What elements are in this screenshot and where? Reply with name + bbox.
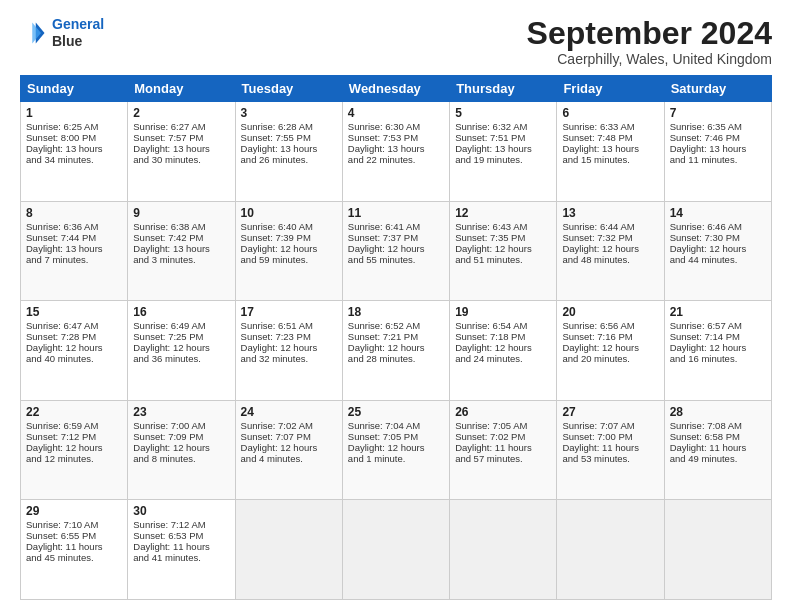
- table-row: 6Sunrise: 6:33 AMSunset: 7:48 PMDaylight…: [557, 102, 664, 202]
- table-row: 8Sunrise: 6:36 AMSunset: 7:44 PMDaylight…: [21, 201, 128, 301]
- table-row: 16Sunrise: 6:49 AMSunset: 7:25 PMDayligh…: [128, 301, 235, 401]
- day-info-line: and 3 minutes.: [133, 254, 229, 265]
- calendar-week-row: 29Sunrise: 7:10 AMSunset: 6:55 PMDayligh…: [21, 500, 772, 600]
- col-saturday: Saturday: [664, 76, 771, 102]
- table-row: 29Sunrise: 7:10 AMSunset: 6:55 PMDayligh…: [21, 500, 128, 600]
- day-number: 14: [670, 206, 766, 220]
- day-info-line: Sunrise: 7:10 AM: [26, 519, 122, 530]
- day-info-line: Daylight: 12 hours: [562, 342, 658, 353]
- day-info-line: Daylight: 12 hours: [455, 243, 551, 254]
- day-number: 28: [670, 405, 766, 419]
- day-number: 5: [455, 106, 551, 120]
- col-wednesday: Wednesday: [342, 76, 449, 102]
- day-info-line: Sunrise: 7:00 AM: [133, 420, 229, 431]
- day-number: 21: [670, 305, 766, 319]
- day-info-line: Sunset: 7:44 PM: [26, 232, 122, 243]
- day-info-line: Daylight: 13 hours: [26, 143, 122, 154]
- table-row: 12Sunrise: 6:43 AMSunset: 7:35 PMDayligh…: [450, 201, 557, 301]
- logo-icon: [20, 19, 48, 47]
- table-row: 23Sunrise: 7:00 AMSunset: 7:09 PMDayligh…: [128, 400, 235, 500]
- day-info-line: and 11 minutes.: [670, 154, 766, 165]
- day-info-line: and 57 minutes.: [455, 453, 551, 464]
- table-row: 3Sunrise: 6:28 AMSunset: 7:55 PMDaylight…: [235, 102, 342, 202]
- day-number: 7: [670, 106, 766, 120]
- day-info-line: Sunrise: 6:32 AM: [455, 121, 551, 132]
- calendar-week-row: 15Sunrise: 6:47 AMSunset: 7:28 PMDayligh…: [21, 301, 772, 401]
- day-number: 20: [562, 305, 658, 319]
- day-info-line: Sunset: 7:16 PM: [562, 331, 658, 342]
- day-info-line: Sunrise: 6:40 AM: [241, 221, 337, 232]
- day-info-line: Sunset: 7:02 PM: [455, 431, 551, 442]
- day-info-line: Sunset: 7:37 PM: [348, 232, 444, 243]
- table-row: 4Sunrise: 6:30 AMSunset: 7:53 PMDaylight…: [342, 102, 449, 202]
- day-info-line: Sunset: 7:53 PM: [348, 132, 444, 143]
- table-row: 5Sunrise: 6:32 AMSunset: 7:51 PMDaylight…: [450, 102, 557, 202]
- table-row: 13Sunrise: 6:44 AMSunset: 7:32 PMDayligh…: [557, 201, 664, 301]
- table-row: 7Sunrise: 6:35 AMSunset: 7:46 PMDaylight…: [664, 102, 771, 202]
- calendar-week-row: 22Sunrise: 6:59 AMSunset: 7:12 PMDayligh…: [21, 400, 772, 500]
- table-row: 10Sunrise: 6:40 AMSunset: 7:39 PMDayligh…: [235, 201, 342, 301]
- day-info-line: Daylight: 12 hours: [348, 442, 444, 453]
- page: General Blue September 2024 Caerphilly, …: [0, 0, 792, 612]
- day-info-line: Daylight: 13 hours: [241, 143, 337, 154]
- day-number: 30: [133, 504, 229, 518]
- day-info-line: Sunset: 7:42 PM: [133, 232, 229, 243]
- day-number: 4: [348, 106, 444, 120]
- day-info-line: and 44 minutes.: [670, 254, 766, 265]
- day-info-line: Sunrise: 6:51 AM: [241, 320, 337, 331]
- col-monday: Monday: [128, 76, 235, 102]
- day-info-line: Daylight: 12 hours: [562, 243, 658, 254]
- day-info-line: and 30 minutes.: [133, 154, 229, 165]
- title-block: September 2024 Caerphilly, Wales, United…: [527, 16, 772, 67]
- calendar-week-row: 1Sunrise: 6:25 AMSunset: 8:00 PMDaylight…: [21, 102, 772, 202]
- day-number: 16: [133, 305, 229, 319]
- day-info-line: Daylight: 12 hours: [241, 342, 337, 353]
- day-info-line: Sunrise: 6:30 AM: [348, 121, 444, 132]
- table-row: 11Sunrise: 6:41 AMSunset: 7:37 PMDayligh…: [342, 201, 449, 301]
- day-info-line: Sunrise: 6:35 AM: [670, 121, 766, 132]
- day-info-line: Sunset: 7:28 PM: [26, 331, 122, 342]
- table-row: 21Sunrise: 6:57 AMSunset: 7:14 PMDayligh…: [664, 301, 771, 401]
- day-info-line: Sunset: 7:23 PM: [241, 331, 337, 342]
- table-row: 2Sunrise: 6:27 AMSunset: 7:57 PMDaylight…: [128, 102, 235, 202]
- day-info-line: Daylight: 12 hours: [348, 342, 444, 353]
- day-info-line: and 1 minute.: [348, 453, 444, 464]
- day-info-line: Sunset: 7:21 PM: [348, 331, 444, 342]
- day-number: 2: [133, 106, 229, 120]
- day-info-line: and 59 minutes.: [241, 254, 337, 265]
- day-info-line: Daylight: 12 hours: [455, 342, 551, 353]
- day-number: 1: [26, 106, 122, 120]
- day-info-line: and 16 minutes.: [670, 353, 766, 364]
- table-row: 17Sunrise: 6:51 AMSunset: 7:23 PMDayligh…: [235, 301, 342, 401]
- day-info-line: Sunrise: 7:07 AM: [562, 420, 658, 431]
- day-info-line: Sunrise: 7:05 AM: [455, 420, 551, 431]
- day-info-line: Sunset: 7:09 PM: [133, 431, 229, 442]
- day-info-line: Sunrise: 6:36 AM: [26, 221, 122, 232]
- day-info-line: Sunrise: 6:25 AM: [26, 121, 122, 132]
- day-info-line: and 55 minutes.: [348, 254, 444, 265]
- day-info-line: Daylight: 12 hours: [133, 442, 229, 453]
- day-info-line: Sunset: 7:12 PM: [26, 431, 122, 442]
- month-title: September 2024: [527, 16, 772, 51]
- day-number: 6: [562, 106, 658, 120]
- day-info-line: Daylight: 11 hours: [562, 442, 658, 453]
- day-info-line: and 7 minutes.: [26, 254, 122, 265]
- day-number: 17: [241, 305, 337, 319]
- day-info-line: Sunrise: 6:27 AM: [133, 121, 229, 132]
- day-info-line: Daylight: 12 hours: [241, 243, 337, 254]
- day-info-line: Sunset: 7:18 PM: [455, 331, 551, 342]
- day-info-line: Sunset: 7:57 PM: [133, 132, 229, 143]
- day-info-line: Sunset: 7:55 PM: [241, 132, 337, 143]
- table-row: 28Sunrise: 7:08 AMSunset: 6:58 PMDayligh…: [664, 400, 771, 500]
- table-row: [235, 500, 342, 600]
- day-info-line: Sunset: 7:00 PM: [562, 431, 658, 442]
- day-info-line: Sunrise: 6:33 AM: [562, 121, 658, 132]
- day-info-line: and 8 minutes.: [133, 453, 229, 464]
- day-info-line: and 41 minutes.: [133, 552, 229, 563]
- day-number: 9: [133, 206, 229, 220]
- day-info-line: Daylight: 11 hours: [670, 442, 766, 453]
- day-info-line: Sunrise: 6:46 AM: [670, 221, 766, 232]
- table-row: 20Sunrise: 6:56 AMSunset: 7:16 PMDayligh…: [557, 301, 664, 401]
- day-info-line: Daylight: 13 hours: [562, 143, 658, 154]
- col-sunday: Sunday: [21, 76, 128, 102]
